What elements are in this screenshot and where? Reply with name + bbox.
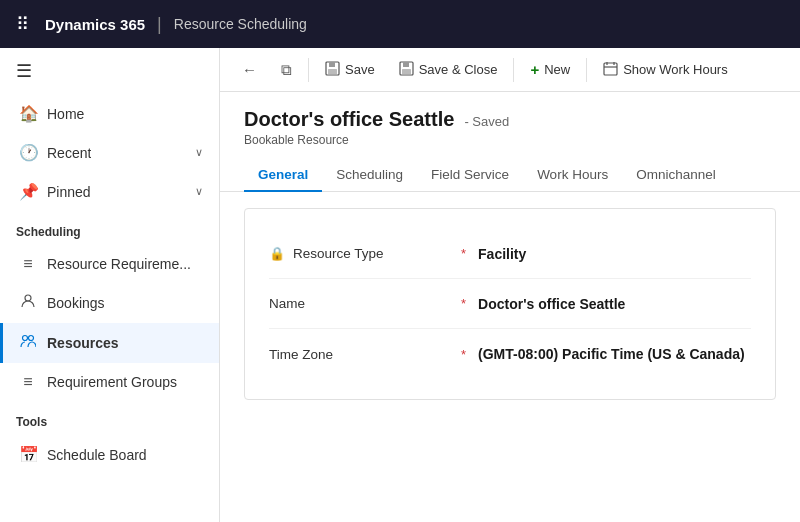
back-arrow-icon: ← (242, 61, 257, 78)
tab-general[interactable]: General (244, 159, 322, 192)
sidebar-item-recent-label: Recent (47, 145, 91, 161)
time-zone-label: Time Zone (269, 347, 333, 362)
name-label: Name (269, 296, 305, 311)
name-required: * (461, 296, 466, 311)
toolbar-divider-3 (586, 58, 587, 82)
tab-work-hours[interactable]: Work Hours (523, 159, 622, 192)
popout-icon: ⧉ (281, 61, 292, 79)
general-form: 🔒 Resource Type * Facility Name * Doctor… (244, 208, 776, 400)
new-button[interactable]: + New (520, 56, 580, 83)
chevron-down-icon: ∨ (195, 146, 203, 159)
back-button[interactable]: ← (232, 56, 267, 83)
record-subtitle: Bookable Resource (244, 133, 776, 147)
chevron-down-icon: ∨ (195, 185, 203, 198)
save-close-label: Save & Close (419, 62, 498, 77)
record-saved-badge: - Saved (464, 114, 509, 129)
resource-type-required: * (461, 246, 466, 261)
sidebar-item-pinned[interactable]: 📌 Pinned ∨ (0, 172, 219, 211)
time-zone-value[interactable]: (GMT-08:00) Pacific Time (US & Canada) (478, 346, 745, 362)
record-header: Doctor's office Seattle - Saved Bookable… (220, 92, 800, 147)
list-icon: ≡ (19, 255, 37, 273)
sidebar-item-home-label: Home (47, 106, 84, 122)
toolbar: ← ⧉ Save Save & Close + New (220, 48, 800, 92)
save-button[interactable]: Save (315, 56, 385, 84)
sidebar-item-resource-requirements[interactable]: ≡ Resource Requireme... (0, 245, 219, 283)
sidebar-item-schedule-board[interactable]: 📅 Schedule Board (0, 435, 219, 474)
recent-icon: 🕐 (19, 143, 37, 162)
save-close-button[interactable]: Save & Close (389, 56, 508, 84)
sidebar-item-bookings-label: Bookings (47, 295, 105, 311)
form-row-name: Name * Doctor's office Seattle (269, 279, 751, 329)
resource-type-label-area: 🔒 Resource Type (269, 246, 449, 261)
sidebar-section-scheduling: Scheduling (0, 211, 219, 245)
nav-divider: | (157, 14, 162, 35)
name-value[interactable]: Doctor's office Seattle (478, 296, 625, 312)
name-label-area: Name (269, 296, 449, 311)
save-close-icon (399, 61, 414, 79)
requirement-groups-icon: ≡ (19, 373, 37, 391)
new-label: New (544, 62, 570, 77)
schedule-board-icon: 📅 (19, 445, 37, 464)
calendar-icon (603, 61, 618, 79)
sidebar-section-tools: Tools (0, 401, 219, 435)
resource-type-value[interactable]: Facility (478, 246, 526, 262)
svg-point-1 (23, 336, 28, 341)
svg-rect-8 (402, 69, 411, 74)
lock-icon: 🔒 (269, 246, 285, 261)
svg-point-0 (25, 295, 31, 301)
app-grid-icon[interactable]: ⠿ (12, 9, 33, 39)
sidebar: ☰ 🏠 Home 🕐 Recent ∨ 📌 Pinned ∨ Schedulin… (0, 48, 220, 522)
save-icon (325, 61, 340, 79)
record-title-text: Doctor's office Seattle (244, 108, 454, 131)
show-work-hours-button[interactable]: Show Work Hours (593, 56, 738, 84)
toolbar-divider-2 (513, 58, 514, 82)
pin-icon: 📌 (19, 182, 37, 201)
svg-rect-7 (403, 62, 409, 67)
sidebar-item-bookings[interactable]: Bookings (0, 283, 219, 323)
sidebar-item-requirement-groups-label: Requirement Groups (47, 374, 177, 390)
hamburger-button[interactable]: ☰ (0, 48, 219, 94)
sidebar-item-pinned-label: Pinned (47, 184, 91, 200)
tab-omnichannel[interactable]: Omnichannel (622, 159, 730, 192)
record-title: Doctor's office Seattle - Saved (244, 108, 776, 131)
svg-rect-9 (604, 63, 617, 75)
top-navigation: ⠿ Dynamics 365 | Resource Scheduling (0, 0, 800, 48)
sidebar-item-schedule-board-label: Schedule Board (47, 447, 147, 463)
svg-point-2 (29, 336, 34, 341)
popout-button[interactable]: ⧉ (271, 56, 302, 84)
sidebar-item-resources[interactable]: Resources (0, 323, 219, 363)
svg-rect-5 (328, 69, 337, 74)
resources-icon (19, 333, 37, 353)
save-label: Save (345, 62, 375, 77)
time-zone-required: * (461, 347, 466, 362)
main-layout: ☰ 🏠 Home 🕐 Recent ∨ 📌 Pinned ∨ Schedulin… (0, 48, 800, 522)
record-tabs: General Scheduling Field Service Work Ho… (220, 159, 800, 192)
module-name: Resource Scheduling (174, 16, 307, 32)
record-area: Doctor's office Seattle - Saved Bookable… (220, 92, 800, 522)
form-row-time-zone: Time Zone * (GMT-08:00) Pacific Time (US… (269, 329, 751, 379)
tab-field-service[interactable]: Field Service (417, 159, 523, 192)
resource-type-label: Resource Type (293, 246, 384, 261)
form-row-resource-type: 🔒 Resource Type * Facility (269, 229, 751, 279)
sidebar-item-requirement-groups[interactable]: ≡ Requirement Groups (0, 363, 219, 401)
app-name: Dynamics 365 (45, 16, 145, 33)
home-icon: 🏠 (19, 104, 37, 123)
sidebar-item-resource-requirements-label: Resource Requireme... (47, 256, 191, 272)
sidebar-item-home[interactable]: 🏠 Home (0, 94, 219, 133)
tab-scheduling[interactable]: Scheduling (322, 159, 417, 192)
svg-rect-4 (329, 62, 335, 67)
new-plus-icon: + (530, 61, 539, 78)
show-work-hours-label: Show Work Hours (623, 62, 728, 77)
time-zone-label-area: Time Zone (269, 347, 449, 362)
bookings-icon (19, 293, 37, 313)
sidebar-item-recent[interactable]: 🕐 Recent ∨ (0, 133, 219, 172)
sidebar-item-resources-label: Resources (47, 335, 119, 351)
content-area: ← ⧉ Save Save & Close + New (220, 48, 800, 522)
toolbar-divider (308, 58, 309, 82)
